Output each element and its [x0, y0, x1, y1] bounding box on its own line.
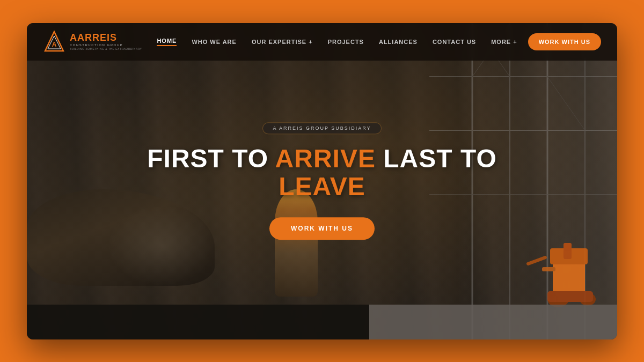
- headline-accent-leave: LEAVE: [279, 173, 365, 201]
- svg-line-9: [547, 77, 585, 130]
- headline-part2: LAST TO: [376, 144, 497, 173]
- svg-rect-12: [564, 243, 572, 259]
- nav-alliances[interactable]: ALLIANCES: [379, 39, 418, 45]
- navbar: A AARREIS CONSTRUCTION GROUP BUILDING SO…: [27, 23, 617, 61]
- logo-icon: A: [43, 31, 65, 53]
- bottom-bar-dark: [27, 305, 369, 339]
- nav-contact[interactable]: CONTACT US: [433, 39, 476, 45]
- nav-links: HOME WHO WE ARE OUR EXPERTISE + PROJECTS…: [157, 38, 517, 46]
- page-wrapper: A AARREIS CONSTRUCTION GROUP BUILDING SO…: [0, 0, 644, 362]
- nav-projects[interactable]: PROJECTS: [328, 39, 364, 45]
- logo-accent: A: [70, 32, 77, 43]
- browser-window: A AARREIS CONSTRUCTION GROUP BUILDING SO…: [27, 23, 617, 339]
- logo-subtitle: CONSTRUCTION GROUP: [70, 43, 142, 47]
- svg-rect-15: [547, 291, 593, 302]
- logo-brand-name: AARREIS: [70, 33, 142, 42]
- logo-area: A AARREIS CONSTRUCTION GROUP BUILDING SO…: [43, 31, 142, 53]
- bottom-bar-gray: [369, 305, 617, 339]
- logo-text: AARREIS CONSTRUCTION GROUP BUILDING SOME…: [70, 33, 142, 50]
- headline-accent-arrive: ARRIVE: [275, 144, 376, 173]
- equipment-right: [510, 238, 606, 313]
- subsidiary-badge: A ARREIS GROUP SUBSIDIARY: [262, 122, 381, 134]
- nav-more[interactable]: MORE +: [491, 39, 517, 45]
- nav-home[interactable]: HOME: [157, 38, 177, 46]
- navbar-work-with-us-button[interactable]: WORK WITH US: [528, 33, 601, 50]
- nav-who-we-are[interactable]: WHO WE ARE: [192, 39, 237, 45]
- svg-rect-17: [526, 255, 547, 265]
- logo-tagline: BUILDING SOMETHING & THE EXTRAORDINARY: [70, 47, 142, 50]
- svg-text:A: A: [52, 41, 57, 48]
- nav-expertise[interactable]: OUR EXPERTISE +: [252, 39, 313, 45]
- svg-rect-16: [542, 267, 555, 271]
- headline-part1: FIRST TO: [147, 144, 275, 173]
- hero-content: A ARREIS GROUP SUBSIDIARY FIRST TO ARRIV…: [134, 122, 510, 240]
- hero-work-with-us-button[interactable]: WORK WITH US: [269, 217, 375, 240]
- bottom-bar: [27, 305, 617, 339]
- hero-headline: FIRST TO ARRIVE LAST TO LEAVE: [134, 145, 510, 202]
